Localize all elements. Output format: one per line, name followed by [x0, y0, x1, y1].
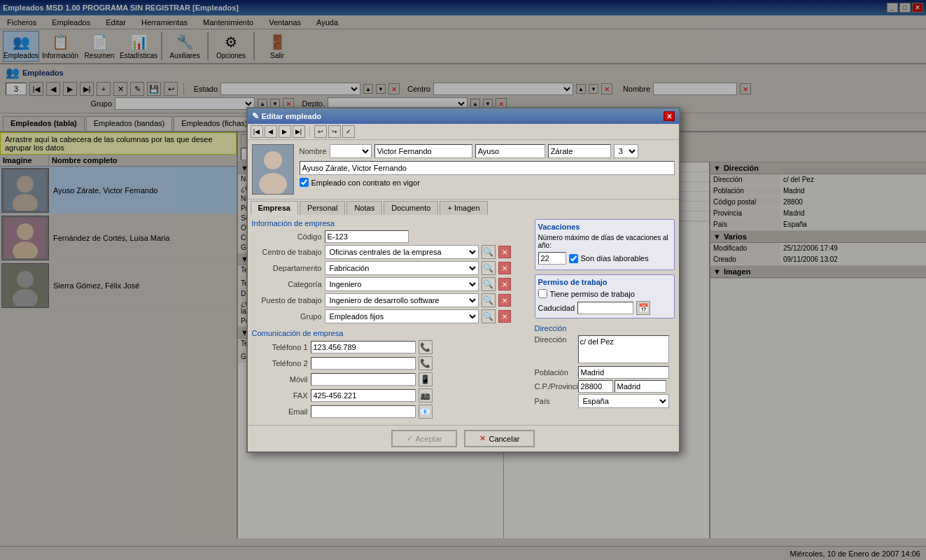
tel1-call-btn-m[interactable]: 📞	[419, 340, 433, 354]
contratado-checkbox[interactable]	[300, 178, 309, 187]
codigo-input[interactable]	[325, 230, 409, 243]
dir-pais-row: País España	[535, 394, 675, 408]
calendar-icon-btn[interactable]: 📅	[636, 301, 650, 315]
movil-input-m[interactable]	[311, 373, 416, 386]
pais-select[interactable]: España	[578, 394, 669, 408]
modal-nav-btn3[interactable]: ✓	[342, 125, 355, 138]
fax-row-m: FAX 📠	[252, 388, 529, 402]
cp-label: C.P./Provincia	[535, 382, 577, 391]
tel2-input-m[interactable]	[311, 357, 416, 370]
segundo-apellido-input[interactable]	[548, 144, 611, 158]
info-empresa-title: Información de empresa	[252, 219, 529, 227]
permiso-title: Permiso de trabajo	[538, 278, 671, 286]
modal-nav-last[interactable]: ▶|	[293, 125, 305, 138]
permiso-checkbox[interactable]	[538, 289, 547, 298]
accept-label: Aceptar	[416, 435, 442, 443]
empresa-left: Información de empresa Código Centro de …	[252, 219, 529, 421]
cat-combo-m[interactable]: Ingeniero	[325, 277, 479, 291]
tel1-input-m[interactable]	[311, 341, 416, 354]
modal-icon: ✎	[252, 111, 259, 121]
dir-modal-title: Dirección	[535, 324, 675, 332]
puesto-del-btn[interactable]: ✕	[498, 294, 511, 307]
permiso-section: Permiso de trabajo Tiene permiso de trab…	[535, 274, 675, 318]
cp-input[interactable]	[578, 380, 613, 393]
dir-addr-row: Dirección c/ del Pez	[535, 335, 675, 365]
modal-nav-next[interactable]: ▶	[279, 125, 291, 138]
direccion-modal-section: Dirección Dirección c/ del Pez Población	[535, 324, 675, 408]
modal-check-row: Empleado con contrato en vigor	[300, 178, 675, 187]
depto-del-btn[interactable]: ✕	[498, 262, 511, 274]
nombre-propio-input[interactable]	[374, 144, 472, 158]
contratado-label-modal: Empleado con contrato en vigor	[311, 178, 420, 187]
email-icon-btn[interactable]: 📧	[419, 405, 433, 419]
laborables-checkbox[interactable]	[569, 254, 578, 263]
modal-nav-first[interactable]: |◀	[251, 125, 263, 138]
edit-employee-dialog: ✎ Editar empleado ✕ |◀ ◀ ▶ ▶| ↩ ↪ ✓	[246, 107, 680, 453]
puesto-combo-m[interactable]: Ingeniero de desarrollo software	[325, 293, 479, 307]
modal-nav-prev[interactable]: ◀	[265, 125, 277, 138]
puesto-search-btn[interactable]: 🔍	[482, 293, 496, 307]
tel1-label-m: Teléfono 1	[252, 343, 308, 351]
empresa-two-col: Información de empresa Código Centro de …	[252, 219, 675, 421]
vacaciones-section: Vacaciones Número máximo de días de vaca…	[535, 219, 675, 270]
dir-addr-textarea[interactable]: c/ del Pez	[578, 335, 669, 363]
centro-combo-m[interactable]: Oficinas centrales de la empresa	[325, 245, 479, 259]
tel2-call-btn-m[interactable]: 📞	[419, 356, 433, 370]
permiso-check-label: Tiene permiso de trabajo	[550, 290, 635, 298]
modal-title-left: ✎ Editar empleado	[252, 111, 322, 121]
modal-tab-documento[interactable]: Documento	[384, 201, 438, 215]
modal-employee-header: Nombre 3 Empleado con contrato	[248, 140, 679, 200]
grupo-combo-m[interactable]: Empleados fijos	[325, 309, 479, 323]
depto-search-btn[interactable]: 🔍	[482, 261, 496, 275]
dir-addr-label: Dirección	[535, 335, 577, 365]
grupo-row-m: Grupo Empleados fijos 🔍 ✕	[252, 309, 529, 323]
cancel-button[interactable]: ✕ Cancelar	[464, 430, 535, 447]
modal-tab-personal[interactable]: Personal	[300, 201, 345, 215]
grupo-label-m: Grupo	[252, 312, 322, 321]
tel1-row-m: Teléfono 1 📞	[252, 340, 529, 354]
modal-nav-btn2[interactable]: ↪	[328, 125, 341, 138]
pais-label: País	[535, 397, 577, 405]
modal-tab-notas[interactable]: Notas	[346, 201, 382, 215]
modal-empresa-content: Información de empresa Código Centro de …	[248, 215, 679, 425]
puesto-row: Puesto de trabajo Ingeniero de desarroll…	[252, 293, 529, 307]
fullname-input[interactable]	[300, 161, 675, 175]
depto-row: Departamento Fabricación 🔍 ✕	[252, 261, 529, 275]
tel2-label-m: Teléfono 2	[252, 359, 308, 368]
primer-apellido-input[interactable]	[475, 144, 545, 158]
accept-check-icon: ✓	[407, 434, 413, 443]
modal-close-button[interactable]: ✕	[664, 111, 675, 121]
depto-combo-m[interactable]: Fabricación	[325, 261, 479, 275]
accept-button[interactable]: ✓ Aceptar	[391, 430, 458, 447]
fax-icon-btn[interactable]: 📠	[419, 388, 433, 402]
modal-employee-photo	[252, 144, 294, 195]
modal-button-bar: ✓ Aceptar ✕ Cancelar	[248, 425, 679, 451]
caducidad-input[interactable]	[577, 302, 633, 314]
vacat-days-input[interactable]	[538, 252, 566, 265]
cat-row: Categoría Ingeniero 🔍 ✕	[252, 277, 529, 291]
dir-poblacion-row: Población	[535, 366, 675, 379]
email-input-m[interactable]	[311, 405, 416, 418]
poblacion-input[interactable]	[578, 366, 669, 379]
nombre-label-modal: Nombre	[300, 147, 327, 155]
laborables-label: Son días laborables	[581, 254, 649, 262]
grupo-del-btn[interactable]: ✕	[498, 310, 511, 323]
centro-search-btn[interactable]: 🔍	[482, 245, 496, 259]
modal-nav-btn1[interactable]: ↩	[314, 125, 327, 138]
movil-icon-btn[interactable]: 📱	[419, 372, 433, 386]
prov-input[interactable]	[615, 380, 666, 393]
modal-tab-empresa[interactable]: Empresa	[251, 201, 298, 215]
vacat-desc: Número máximo de días de vacaciones al a…	[538, 234, 671, 249]
fax-input-m[interactable]	[311, 389, 416, 402]
puesto-label-m: Puesto de trabajo	[252, 296, 322, 304]
grupo-search-btn[interactable]: 🔍	[482, 309, 496, 323]
cat-search-btn[interactable]: 🔍	[482, 277, 496, 291]
codigo-label-m: Código	[252, 232, 322, 241]
centro-del-btn[interactable]: ✕	[498, 246, 511, 258]
modal-tab-imagen[interactable]: + Imagen	[440, 201, 487, 215]
orden-select[interactable]: 3	[614, 144, 638, 158]
nombre-prefix-select[interactable]	[330, 144, 372, 158]
cancel-label: Cancelar	[489, 435, 519, 443]
cat-del-btn[interactable]: ✕	[498, 278, 511, 290]
codigo-row: Código	[252, 230, 529, 243]
